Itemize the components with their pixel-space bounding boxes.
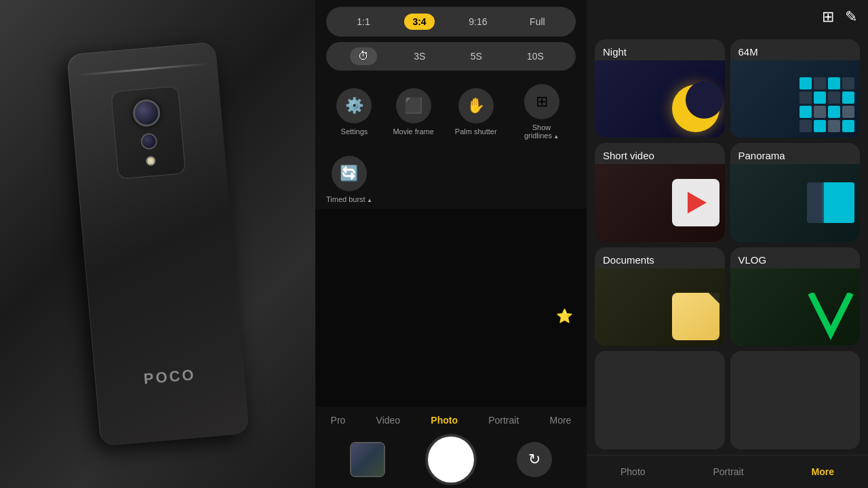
flash: [145, 156, 155, 166]
mode-card-night[interactable]: Night: [595, 39, 725, 138]
mode-portrait[interactable]: Portrait: [483, 412, 524, 428]
flip-camera-button[interactable]: ↻: [517, 442, 552, 477]
right-tab-photo[interactable]: Photo: [612, 464, 654, 480]
edit-icon[interactable]: ✎: [845, 8, 857, 26]
camera-ui-panel: 1:1 3:4 9:16 Full ⏱ 3S 5S 10S ⚙️ Setting…: [315, 0, 587, 488]
aspect-full[interactable]: Full: [521, 14, 553, 30]
right-tab-more[interactable]: More: [804, 464, 842, 480]
pixel-cell: [828, 77, 840, 89]
pixel-cell: [800, 106, 812, 118]
documents-title: Documents: [595, 247, 725, 268]
movie-frame-icon: ⬛: [404, 97, 422, 115]
controls-row: ⚙️ Settings ⬛ Movie frame ✋ Palm shutter…: [315, 73, 587, 150]
pixel-cell: [814, 77, 826, 89]
mode-card-documents[interactable]: Documents: [595, 247, 725, 346]
grid-view-icon[interactable]: ⊞: [822, 8, 834, 26]
star-icon: ⭐: [556, 308, 573, 324]
timer-bar: ⏱ 3S 5S 10S: [326, 42, 576, 70]
palm-shutter-button[interactable]: ✋: [458, 88, 494, 123]
partial-visual-1: [595, 351, 725, 449]
pixel-cell: [814, 106, 826, 118]
document-fold: [709, 293, 719, 304]
aspect-3-4[interactable]: 3:4: [404, 14, 434, 30]
camera-controls-row: ↻: [315, 434, 587, 488]
palm-shutter-control[interactable]: ✋ Palm shutter: [455, 88, 497, 136]
timed-burst-button[interactable]: 🔄: [332, 156, 367, 191]
bottom-nav: Pro Video Photo Portrait More ↻: [315, 407, 587, 488]
timer-clock-icon: ⏱: [358, 50, 369, 62]
timed-burst-control[interactable]: 🔄 Timed burst: [326, 156, 372, 203]
vlog-visual: [730, 268, 861, 346]
pixel-cell: [842, 120, 854, 132]
timer-5s[interactable]: 5S: [462, 48, 490, 64]
mode-video[interactable]: Video: [371, 412, 406, 428]
settings-button[interactable]: ⚙️: [336, 88, 372, 123]
gridlines-control[interactable]: ⊞ Show gridlines: [518, 84, 566, 140]
right-bottom-tabs: Photo Portrait More: [587, 455, 868, 488]
play-icon: [672, 179, 719, 226]
pixel-cell: [842, 106, 854, 118]
settings-label: Settings: [341, 127, 368, 136]
timed-burst-icon: 🔄: [340, 165, 358, 182]
pixel-cell: [800, 92, 812, 104]
mode-pro[interactable]: Pro: [326, 412, 351, 428]
night-title: Night: [595, 39, 725, 60]
night-visual: [595, 60, 725, 138]
palm-icon: ✋: [467, 97, 485, 115]
mode-photo[interactable]: Photo: [425, 412, 463, 428]
mode-tabs: Pro Video Photo Portrait More: [315, 407, 587, 434]
mode-grid: Night 64M: [587, 34, 868, 455]
gridlines-label: Show gridlines: [518, 123, 566, 140]
viewfinder: ⭐: [315, 209, 587, 407]
aspect-1-1[interactable]: 1:1: [349, 14, 378, 30]
movie-frame-button[interactable]: ⬛: [396, 88, 431, 123]
play-triangle: [688, 192, 707, 214]
settings-control[interactable]: ⚙️ Settings: [336, 88, 372, 136]
left-panel: POCO: [0, 0, 315, 488]
vlog-icon: [807, 293, 854, 340]
64m-title: 64M: [730, 39, 861, 60]
main-lens: [132, 98, 161, 127]
moon-icon: [672, 85, 719, 132]
flip-icon: ↻: [528, 451, 540, 468]
mode-card-panorama[interactable]: Panorama: [730, 143, 861, 241]
mode-card-short-video[interactable]: Short video: [595, 143, 725, 241]
pixel-cell: [828, 92, 840, 104]
gallery-thumbnail[interactable]: [350, 442, 385, 477]
phone-background: POCO: [0, 0, 315, 488]
timer-3s[interactable]: 3S: [406, 48, 433, 64]
gridlines-button[interactable]: ⊞: [524, 84, 559, 119]
pixel-cell: [842, 77, 854, 89]
phone-stripe: [75, 62, 210, 76]
pixel-grid-icon: [800, 77, 854, 132]
right-tab-portrait[interactable]: Portrait: [705, 464, 752, 480]
settings-icon: ⚙️: [345, 97, 363, 115]
short-video-visual: [595, 164, 725, 241]
64m-visual: [730, 60, 861, 138]
mode-more[interactable]: More: [544, 412, 576, 428]
movie-frame-control[interactable]: ⬛ Movie frame: [393, 88, 434, 136]
timer-10s[interactable]: 10S: [519, 48, 552, 64]
timed-burst-label: Timed burst: [326, 195, 372, 203]
mode-card-vlog[interactable]: VLOG: [730, 247, 861, 346]
documents-visual: [595, 268, 725, 346]
gridlines-icon: ⊞: [536, 93, 548, 110]
phone-body: POCO: [66, 42, 250, 447]
right-panel: ⊞ ✎ Night 64M: [587, 0, 868, 488]
timer-off[interactable]: ⏱: [350, 47, 377, 65]
pixel-cell: [842, 92, 854, 104]
secondary-lens: [140, 133, 157, 150]
panorama-title: Panorama: [730, 143, 861, 164]
mode-card-partial-2[interactable]: [730, 351, 861, 449]
pixel-cell: [814, 120, 826, 132]
partial-visual-2: [730, 351, 861, 449]
pixel-cell: [814, 92, 826, 104]
mode-card-64m[interactable]: 64M: [730, 39, 861, 138]
mode-card-partial-1[interactable]: [595, 351, 725, 449]
aspect-9-16[interactable]: 9:16: [460, 14, 495, 30]
shutter-button[interactable]: [428, 436, 474, 483]
pixel-cell: [800, 77, 812, 89]
camera-module: [111, 86, 186, 180]
pixel-cell: [828, 120, 840, 132]
vlog-title: VLOG: [730, 247, 861, 268]
